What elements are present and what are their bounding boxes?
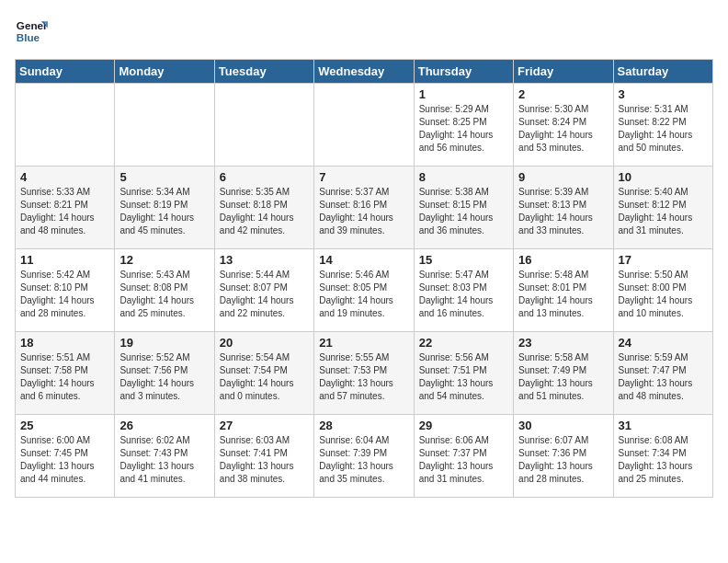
day-info: Sunrise: 5:56 AM Sunset: 7:51 PM Dayligh… xyxy=(419,351,508,403)
day-cell: 16Sunrise: 5:48 AM Sunset: 8:01 PM Dayli… xyxy=(514,249,613,332)
day-cell: 26Sunrise: 6:02 AM Sunset: 7:43 PM Dayli… xyxy=(115,415,214,498)
day-info: Sunrise: 5:44 AM Sunset: 8:07 PM Dayligh… xyxy=(220,269,309,320)
week-row-1: 4Sunrise: 5:33 AM Sunset: 8:21 PM Daylig… xyxy=(16,167,713,249)
week-row-4: 25Sunrise: 6:00 AM Sunset: 7:45 PM Dayli… xyxy=(16,415,713,498)
day-cell: 5Sunrise: 5:34 AM Sunset: 8:19 PM Daylig… xyxy=(115,167,214,249)
day-number: 28 xyxy=(319,419,408,432)
day-number: 25 xyxy=(20,419,109,432)
day-number: 20 xyxy=(220,336,309,350)
day-number: 18 xyxy=(20,336,109,350)
day-number: 2 xyxy=(518,87,608,101)
day-number: 6 xyxy=(220,170,309,184)
day-info: Sunrise: 6:08 AM Sunset: 7:34 PM Dayligh… xyxy=(619,434,708,486)
day-cell: 19Sunrise: 5:52 AM Sunset: 7:56 PM Dayli… xyxy=(115,332,214,415)
day-cell xyxy=(115,84,214,167)
day-number: 23 xyxy=(518,336,608,350)
week-row-0: 1Sunrise: 5:29 AM Sunset: 8:25 PM Daylig… xyxy=(16,84,713,167)
day-number: 22 xyxy=(419,336,508,350)
day-cell: 1Sunrise: 5:29 AM Sunset: 8:25 PM Daylig… xyxy=(414,84,513,167)
day-info: Sunrise: 5:37 AM Sunset: 8:16 PM Dayligh… xyxy=(319,186,408,237)
day-cell: 15Sunrise: 5:47 AM Sunset: 8:03 PM Dayli… xyxy=(414,249,513,332)
day-number: 24 xyxy=(619,336,708,350)
day-cell: 8Sunrise: 5:38 AM Sunset: 8:15 PM Daylig… xyxy=(414,167,513,249)
calendar-body: 1Sunrise: 5:29 AM Sunset: 8:25 PM Daylig… xyxy=(16,84,713,498)
calendar-table: SundayMondayTuesdayWednesdayThursdayFrid… xyxy=(15,59,713,498)
header-day-saturday: Saturday xyxy=(613,60,712,84)
svg-text:Blue: Blue xyxy=(17,31,40,43)
day-number: 3 xyxy=(619,87,708,101)
day-info: Sunrise: 5:46 AM Sunset: 8:05 PM Dayligh… xyxy=(319,269,408,320)
day-number: 9 xyxy=(518,170,608,184)
day-number: 15 xyxy=(419,253,508,267)
day-cell xyxy=(314,84,414,167)
day-number: 29 xyxy=(419,419,508,432)
day-info: Sunrise: 5:30 AM Sunset: 8:24 PM Dayligh… xyxy=(518,103,608,155)
day-number: 10 xyxy=(619,170,708,184)
day-info: Sunrise: 5:29 AM Sunset: 8:25 PM Dayligh… xyxy=(419,103,508,155)
day-info: Sunrise: 5:33 AM Sunset: 8:21 PM Dayligh… xyxy=(20,186,109,237)
day-info: Sunrise: 6:04 AM Sunset: 7:39 PM Dayligh… xyxy=(319,434,408,486)
day-cell: 10Sunrise: 5:40 AM Sunset: 8:12 PM Dayli… xyxy=(613,167,712,249)
day-cell: 7Sunrise: 5:37 AM Sunset: 8:16 PM Daylig… xyxy=(314,167,414,249)
logo-icon: General Blue xyxy=(15,15,48,48)
day-number: 30 xyxy=(518,419,608,432)
day-number: 17 xyxy=(619,253,708,267)
day-cell: 24Sunrise: 5:59 AM Sunset: 7:47 PM Dayli… xyxy=(613,332,712,415)
page-header: General Blue xyxy=(15,15,713,48)
day-info: Sunrise: 5:40 AM Sunset: 8:12 PM Dayligh… xyxy=(619,186,708,237)
header-day-wednesday: Wednesday xyxy=(314,60,414,84)
day-cell: 12Sunrise: 5:43 AM Sunset: 8:08 PM Dayli… xyxy=(115,249,214,332)
day-info: Sunrise: 5:52 AM Sunset: 7:56 PM Dayligh… xyxy=(119,351,209,403)
day-cell: 13Sunrise: 5:44 AM Sunset: 8:07 PM Dayli… xyxy=(214,249,313,332)
day-cell: 30Sunrise: 6:07 AM Sunset: 7:36 PM Dayli… xyxy=(514,415,613,498)
day-info: Sunrise: 5:58 AM Sunset: 7:49 PM Dayligh… xyxy=(518,351,608,403)
day-cell: 31Sunrise: 6:08 AM Sunset: 7:34 PM Dayli… xyxy=(613,415,712,498)
day-number: 5 xyxy=(119,170,209,184)
day-cell: 29Sunrise: 6:06 AM Sunset: 7:37 PM Dayli… xyxy=(414,415,513,498)
header-day-sunday: Sunday xyxy=(16,60,115,84)
day-number: 14 xyxy=(319,253,408,267)
day-cell: 23Sunrise: 5:58 AM Sunset: 7:49 PM Dayli… xyxy=(514,332,613,415)
day-info: Sunrise: 5:35 AM Sunset: 8:18 PM Dayligh… xyxy=(220,186,309,237)
header-day-tuesday: Tuesday xyxy=(214,60,313,84)
day-cell: 4Sunrise: 5:33 AM Sunset: 8:21 PM Daylig… xyxy=(16,167,115,249)
header-day-thursday: Thursday xyxy=(414,60,513,84)
day-info: Sunrise: 5:55 AM Sunset: 7:53 PM Dayligh… xyxy=(319,351,408,403)
day-info: Sunrise: 5:54 AM Sunset: 7:54 PM Dayligh… xyxy=(220,351,309,403)
day-cell: 11Sunrise: 5:42 AM Sunset: 8:10 PM Dayli… xyxy=(16,249,115,332)
day-info: Sunrise: 5:38 AM Sunset: 8:15 PM Dayligh… xyxy=(419,186,508,237)
day-info: Sunrise: 5:51 AM Sunset: 7:58 PM Dayligh… xyxy=(20,351,109,403)
day-info: Sunrise: 5:48 AM Sunset: 8:01 PM Dayligh… xyxy=(518,269,608,320)
day-info: Sunrise: 5:50 AM Sunset: 8:00 PM Dayligh… xyxy=(619,269,708,320)
day-info: Sunrise: 6:00 AM Sunset: 7:45 PM Dayligh… xyxy=(20,434,109,486)
day-cell: 17Sunrise: 5:50 AM Sunset: 8:00 PM Dayli… xyxy=(613,249,712,332)
header-day-monday: Monday xyxy=(115,60,214,84)
day-number: 13 xyxy=(220,253,309,267)
week-row-2: 11Sunrise: 5:42 AM Sunset: 8:10 PM Dayli… xyxy=(16,249,713,332)
week-row-3: 18Sunrise: 5:51 AM Sunset: 7:58 PM Dayli… xyxy=(16,332,713,415)
day-info: Sunrise: 6:03 AM Sunset: 7:41 PM Dayligh… xyxy=(220,434,309,486)
day-cell: 21Sunrise: 5:55 AM Sunset: 7:53 PM Dayli… xyxy=(314,332,414,415)
day-number: 27 xyxy=(220,419,309,432)
day-number: 7 xyxy=(319,170,408,184)
day-cell: 3Sunrise: 5:31 AM Sunset: 8:22 PM Daylig… xyxy=(613,84,712,167)
day-info: Sunrise: 5:59 AM Sunset: 7:47 PM Dayligh… xyxy=(619,351,708,403)
day-cell: 22Sunrise: 5:56 AM Sunset: 7:51 PM Dayli… xyxy=(414,332,513,415)
day-info: Sunrise: 6:02 AM Sunset: 7:43 PM Dayligh… xyxy=(119,434,209,486)
day-info: Sunrise: 6:07 AM Sunset: 7:36 PM Dayligh… xyxy=(518,434,608,486)
day-cell: 6Sunrise: 5:35 AM Sunset: 8:18 PM Daylig… xyxy=(214,167,313,249)
day-cell: 27Sunrise: 6:03 AM Sunset: 7:41 PM Dayli… xyxy=(214,415,313,498)
day-info: Sunrise: 5:42 AM Sunset: 8:10 PM Dayligh… xyxy=(20,269,109,320)
day-info: Sunrise: 5:31 AM Sunset: 8:22 PM Dayligh… xyxy=(619,103,708,155)
day-number: 4 xyxy=(20,170,109,184)
day-number: 31 xyxy=(619,419,708,432)
day-number: 19 xyxy=(119,336,209,350)
day-number: 1 xyxy=(419,87,508,101)
day-info: Sunrise: 5:43 AM Sunset: 8:08 PM Dayligh… xyxy=(119,269,209,320)
day-cell: 14Sunrise: 5:46 AM Sunset: 8:05 PM Dayli… xyxy=(314,249,414,332)
day-number: 26 xyxy=(119,419,209,432)
day-cell xyxy=(214,84,313,167)
day-number: 21 xyxy=(319,336,408,350)
day-cell: 9Sunrise: 5:39 AM Sunset: 8:13 PM Daylig… xyxy=(514,167,613,249)
day-info: Sunrise: 5:39 AM Sunset: 8:13 PM Dayligh… xyxy=(518,186,608,237)
